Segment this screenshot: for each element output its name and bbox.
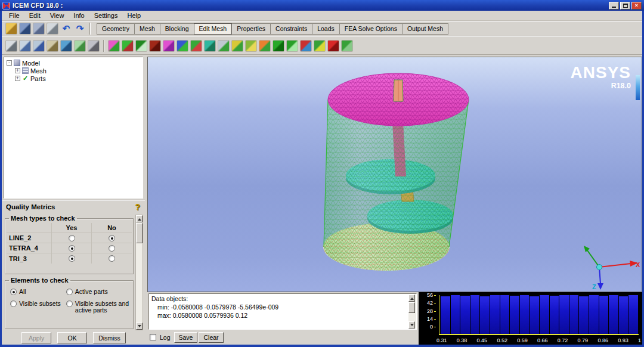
save-project-icon[interactable] xyxy=(33,23,45,35)
tab-properties[interactable]: Properties xyxy=(231,23,271,35)
screen-layout-icon[interactable] xyxy=(74,40,86,52)
msg-scroll-up-button[interactable] xyxy=(408,295,415,302)
display-mesh-quality-icon[interactable] xyxy=(149,40,161,52)
minimize-button[interactable] xyxy=(609,2,619,10)
hist-bar-2[interactable] xyxy=(460,296,470,334)
merge-meshes-icon[interactable] xyxy=(341,40,353,52)
msg-scroll-down-button[interactable] xyxy=(408,321,415,329)
tab-geometry[interactable]: Geometry xyxy=(97,23,135,35)
tree-expander[interactable]: + xyxy=(15,76,20,81)
zoom-window-icon[interactable] xyxy=(19,40,31,52)
menu-item-info[interactable]: Info xyxy=(69,11,89,20)
extrude-mesh-icon[interactable] xyxy=(122,40,134,52)
log-checkbox[interactable] xyxy=(150,334,156,340)
hist-bar-10[interactable] xyxy=(540,295,549,334)
hist-bar-3[interactable] xyxy=(470,295,480,334)
radio-line-2-yes[interactable] xyxy=(69,235,75,241)
display-options-icon[interactable] xyxy=(88,40,100,52)
hist-bar-18[interactable] xyxy=(619,296,628,334)
menu-item-settings[interactable]: Settings xyxy=(89,11,123,20)
hist-bar-15[interactable] xyxy=(589,295,599,334)
split-edge-icon[interactable] xyxy=(314,40,326,52)
tree-item-mesh[interactable]: +Mesh xyxy=(4,67,143,75)
hist-bar-7[interactable] xyxy=(510,296,519,334)
create-elements-icon[interactable] xyxy=(108,40,120,52)
screen-split-icon[interactable] xyxy=(60,40,72,52)
hist-bar-19[interactable] xyxy=(628,295,638,334)
transform-mesh-icon[interactable] xyxy=(259,40,271,52)
hist-bar-11[interactable] xyxy=(550,296,559,334)
undo-icon[interactable]: ↶ xyxy=(60,23,72,35)
hist-bar-13[interactable] xyxy=(569,295,579,334)
clear-button[interactable]: Clear xyxy=(199,332,223,343)
hist-bar-8[interactable] xyxy=(520,295,530,334)
smooth-mesh-icon[interactable] xyxy=(163,40,175,52)
help-icon[interactable]: ? xyxy=(135,202,140,212)
tree-item-model[interactable]: -Model xyxy=(4,59,143,67)
merge-nodes-icon[interactable] xyxy=(190,40,202,52)
measure-distance-icon[interactable] xyxy=(47,40,58,52)
element-option-all[interactable]: All xyxy=(10,289,65,295)
radio-all[interactable] xyxy=(10,289,17,295)
hist-bar-17[interactable] xyxy=(609,295,618,334)
radio-tri-3-yes[interactable] xyxy=(69,255,75,262)
maximize-button[interactable] xyxy=(620,2,630,10)
hist-bar-6[interactable] xyxy=(500,295,510,334)
hist-bar-9[interactable] xyxy=(530,296,539,334)
scroll-down-button[interactable] xyxy=(136,323,143,330)
close-button[interactable]: × xyxy=(631,2,642,10)
tree-expander[interactable]: + xyxy=(15,68,20,73)
element-option-visible-subsets-and-active-parts[interactable]: Visible subsets and active parts xyxy=(66,300,132,314)
tab-loads[interactable]: Loads xyxy=(312,23,340,35)
hist-bar-14[interactable] xyxy=(579,296,589,334)
tab-mesh[interactable]: Mesh xyxy=(134,23,160,35)
move-nodes-icon[interactable] xyxy=(218,40,230,52)
repair-mesh-icon[interactable] xyxy=(177,40,188,52)
radio-line-2-no[interactable] xyxy=(109,235,115,241)
dismiss-button[interactable]: Dismiss xyxy=(93,332,126,343)
hist-bar-16[interactable] xyxy=(599,296,609,334)
open-file-icon[interactable] xyxy=(5,23,17,35)
fit-window-icon[interactable] xyxy=(33,40,45,52)
tab-edit-mesh[interactable]: Edit Mesh xyxy=(194,23,233,35)
element-option-visible-subsets[interactable]: Visible subsets xyxy=(10,300,65,314)
model-tree[interactable]: -Model+Mesh+✓Parts xyxy=(4,57,143,199)
zoom-in-icon[interactable] xyxy=(5,40,17,52)
menu-item-help[interactable]: Help xyxy=(122,11,145,20)
screenshot-icon[interactable] xyxy=(47,23,58,35)
message-scrollbar[interactable] xyxy=(408,295,416,329)
tab-fea-solve-options[interactable]: FEA Solve Options xyxy=(339,23,402,35)
tab-constraints[interactable]: Constraints xyxy=(270,23,312,35)
repair-tools-icon[interactable] xyxy=(300,40,312,52)
scroll-thumb[interactable] xyxy=(136,223,143,243)
apply-button[interactable]: Apply xyxy=(21,332,51,343)
radio-visible-subsets-and-active-parts[interactable] xyxy=(66,300,73,307)
tree-item-parts[interactable]: +✓Parts xyxy=(4,75,143,82)
project-nodes-icon[interactable] xyxy=(231,40,243,52)
hist-bar-12[interactable] xyxy=(559,295,569,334)
menu-item-file[interactable]: File xyxy=(4,11,24,20)
hist-bar-4[interactable] xyxy=(480,296,490,334)
hist-bar-5[interactable] xyxy=(490,295,500,334)
tab-blocking[interactable]: Blocking xyxy=(160,23,194,35)
redo-icon[interactable]: ↷ xyxy=(74,23,86,35)
adjust-mesh-density-icon[interactable] xyxy=(273,40,284,52)
params-scrollbar[interactable] xyxy=(135,215,143,330)
tree-expander[interactable]: - xyxy=(7,60,12,66)
viewport[interactable]: X Z ANSYS R18.0 xyxy=(147,57,642,292)
split-mesh-icon[interactable] xyxy=(204,40,216,52)
menu-item-edit[interactable]: Edit xyxy=(24,11,45,20)
scroll-up-button[interactable] xyxy=(136,215,143,222)
viewport-3d-canvas[interactable]: X Z xyxy=(148,57,642,292)
delete-elements-icon[interactable] xyxy=(327,40,339,52)
tab-output-mesh[interactable]: Output Mesh xyxy=(402,23,448,35)
hist-bar-0[interactable] xyxy=(441,296,450,334)
save-button[interactable]: Save xyxy=(174,332,198,343)
radio-active-parts[interactable] xyxy=(66,289,73,295)
save-icon[interactable] xyxy=(19,23,31,35)
radio-tri-3-no[interactable] xyxy=(109,255,115,262)
menu-item-view[interactable]: View xyxy=(45,11,69,20)
msg-scroll-thumb[interactable] xyxy=(408,302,415,313)
title-bar[interactable]: ICEM CFD 18.0 : × xyxy=(0,0,644,11)
radio-visible-subsets[interactable] xyxy=(10,300,17,307)
